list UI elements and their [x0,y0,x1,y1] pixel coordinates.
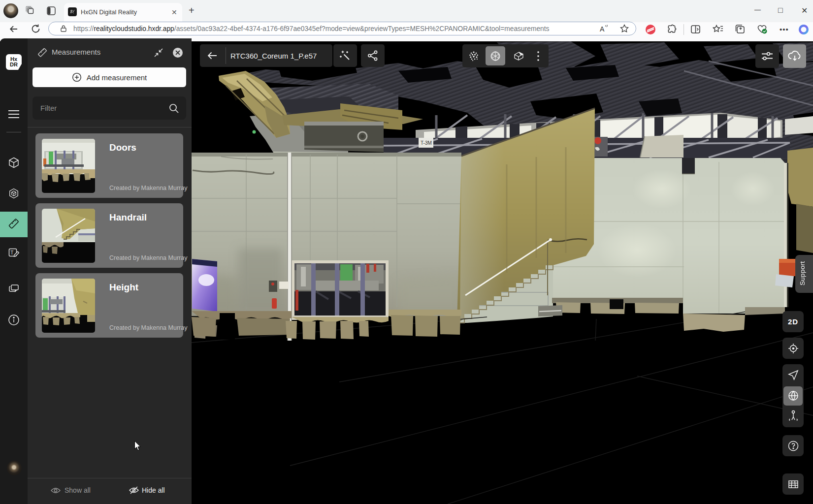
svg-text:T-3M: T-3M [421,140,432,146]
svg-text:A: A [600,25,605,33]
svg-text:T: T [10,250,13,255]
